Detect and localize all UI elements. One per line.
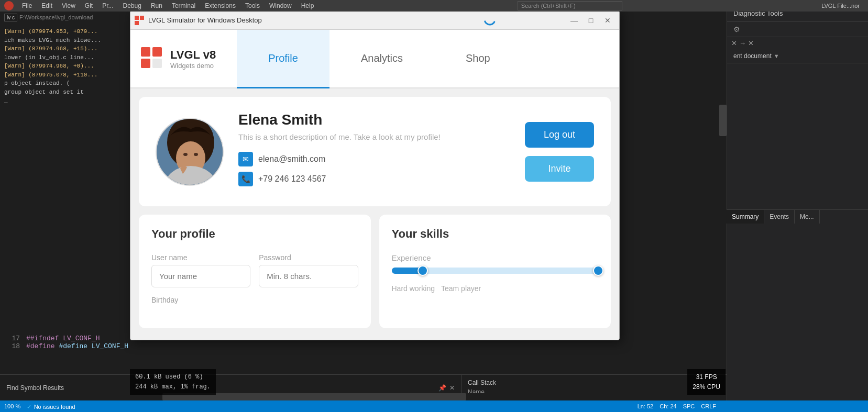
bottom-cards: Your profile User name Password Birthday xyxy=(139,215,611,328)
menu-git[interactable]: Git xyxy=(81,1,97,10)
menu-tools[interactable]: Tools xyxy=(241,1,264,10)
pin-icon[interactable]: 📌 xyxy=(438,384,446,392)
menu-view[interactable]: View xyxy=(58,1,80,10)
current-doc-label: ent document xyxy=(733,52,772,60)
window-controls[interactable]: — □ ✕ xyxy=(567,15,615,26)
vscode-scrollbar[interactable] xyxy=(719,0,727,412)
username-input[interactable] xyxy=(151,265,250,287)
profile-form-title: Your profile xyxy=(151,227,358,241)
settings-icon[interactable]: ⚙ xyxy=(733,25,740,34)
fps-overlay: 31 FPS 28% CPU xyxy=(687,369,726,395)
terminal-line: [Warn] (879975.078, +110... xyxy=(4,71,124,80)
terminal-line: p object instead. ( xyxy=(4,79,124,88)
menu-extensions[interactable]: Extensions xyxy=(201,1,240,10)
cpu-value: 28% CPU xyxy=(693,382,720,392)
email-text: elena@smith.com xyxy=(258,154,325,164)
close-panel-btn[interactable]: ✕ xyxy=(449,384,455,392)
code-line-18: #define #define LV_CONF_H xyxy=(26,342,128,350)
tab-shop[interactable]: Shop xyxy=(434,30,522,88)
search-box[interactable]: Search (Ctrl+Shift+F) xyxy=(518,1,622,10)
svg-rect-1 xyxy=(140,16,144,20)
avatar xyxy=(156,118,224,186)
profile-actions: Log out Invite xyxy=(525,122,594,182)
tab-events[interactable]: Events xyxy=(764,210,795,224)
skill-tag-teamplayer: Team player xyxy=(441,284,481,293)
close-button[interactable]: ✕ xyxy=(600,15,615,26)
tab-summary[interactable]: Summary xyxy=(727,210,764,224)
form-row-birthday: Birthday xyxy=(151,296,358,307)
skill-tag-hardworking: Hard working xyxy=(392,284,435,293)
maximize-button[interactable]: □ xyxy=(584,15,598,26)
horizontal-scrollbar[interactable] xyxy=(162,393,727,400)
tab-profile[interactable]: Profile xyxy=(237,30,329,88)
birthday-label: Birthday xyxy=(151,296,358,304)
experience-bar[interactable] xyxy=(392,268,599,274)
indent-mode: SPC xyxy=(683,403,695,409)
zoom-level[interactable]: 100 % xyxy=(4,403,20,409)
menu-edit[interactable]: Edit xyxy=(37,1,57,10)
menu-window[interactable]: Window xyxy=(265,1,296,10)
issues-status[interactable]: No issues found xyxy=(34,404,75,410)
email-icon: ✉ xyxy=(238,152,253,166)
code-line-17: ##ifndef LV_CONF_H xyxy=(26,335,128,342)
password-group: Password xyxy=(259,253,358,287)
profile-card: Elena Smith This is a short description … xyxy=(139,97,611,206)
right-panel: Diagnostic Tools ⚙ ✕ → ✕ ent document ▼ xyxy=(727,0,868,412)
svg-rect-6 xyxy=(152,59,162,68)
terminal-line: group object and set it xyxy=(4,88,124,97)
close-icon-2[interactable]: ✕ xyxy=(748,39,754,47)
password-input[interactable] xyxy=(259,265,358,287)
profile-name: Elena Smith xyxy=(238,112,500,128)
file-tab[interactable]: lv c xyxy=(4,14,17,21)
menu-debug[interactable]: Debug xyxy=(119,1,146,10)
logo-subtitle: Widgets demo xyxy=(170,62,216,70)
line-ending: CRLF xyxy=(701,403,716,409)
email-row: ✉ elena@smith.com xyxy=(238,152,500,166)
menu-file[interactable]: File xyxy=(18,1,36,10)
menu-terminal[interactable]: Terminal xyxy=(168,1,200,10)
profile-description: This is a short description of me. Take … xyxy=(238,132,500,141)
skill-tags: Hard working Team player xyxy=(392,284,599,293)
file-reference: LVGL File...nor xyxy=(821,3,860,9)
line-numbers: 17 18 xyxy=(0,335,26,350)
status-ok-icon: ✓ xyxy=(27,404,31,410)
window-title-text: LVGL Simulator for Windows Desktop xyxy=(148,16,563,24)
password-label: Password xyxy=(259,253,358,262)
experience-knob-left[interactable] xyxy=(417,265,428,276)
form-row-credentials: User name Password xyxy=(151,253,358,287)
scrollbar-thumb[interactable] xyxy=(719,105,727,136)
current-doc-dropdown[interactable]: ▼ xyxy=(774,53,779,59)
invite-button[interactable]: Invite xyxy=(525,156,594,182)
birthday-group: Birthday xyxy=(151,296,358,307)
code-content: ##ifndef LV_CONF_H #define #define LV_CO… xyxy=(26,335,128,350)
profile-info: Elena Smith This is a short description … xyxy=(238,112,500,192)
right-tabs-panel: Summary Events Me... xyxy=(727,209,868,224)
cursor-position: Ln: 52 Ch: 24 SPC CRLF xyxy=(638,400,716,412)
svg-point-11 xyxy=(183,153,188,156)
minimize-button[interactable]: — xyxy=(567,15,581,26)
menu-help[interactable]: Help xyxy=(297,1,318,10)
profile-form-card: Your profile User name Password Birthday xyxy=(139,215,371,328)
close-panel-icon[interactable]: ✕ xyxy=(731,39,737,47)
experience-knob-right[interactable] xyxy=(593,265,603,276)
call-stack-title: Call Stack xyxy=(468,379,720,386)
phone-text: +79 246 123 4567 xyxy=(258,174,326,184)
find-symbol-title: Find Symbol Results xyxy=(6,384,64,392)
tab-analytics[interactable]: Analytics xyxy=(329,30,434,88)
vscode-menubar: File Edit View Git Pr... Debug Run Termi… xyxy=(0,0,868,12)
logout-button[interactable]: Log out xyxy=(525,122,594,148)
terminal-line: ich makes LVGL much slowe... xyxy=(4,36,124,45)
menu-print[interactable]: Pr... xyxy=(98,1,117,10)
svg-rect-4 xyxy=(152,47,162,57)
avatar-image xyxy=(157,119,224,186)
menu-run[interactable]: Run xyxy=(147,1,167,10)
line-17: 17 xyxy=(6,335,20,342)
right-arrow-icon[interactable]: → xyxy=(739,39,746,47)
terminal-line: lower (in lv_obj.c line... xyxy=(4,53,124,62)
logo-text: LVGL v8 Widgets demo xyxy=(170,48,216,70)
svg-rect-3 xyxy=(141,47,150,57)
svg-rect-2 xyxy=(135,21,139,25)
app-header: LVGL v8 Widgets demo Profile Analytics S… xyxy=(130,30,619,88)
tab-me[interactable]: Me... xyxy=(795,210,820,224)
line-col: Ln: 52 xyxy=(638,403,654,409)
